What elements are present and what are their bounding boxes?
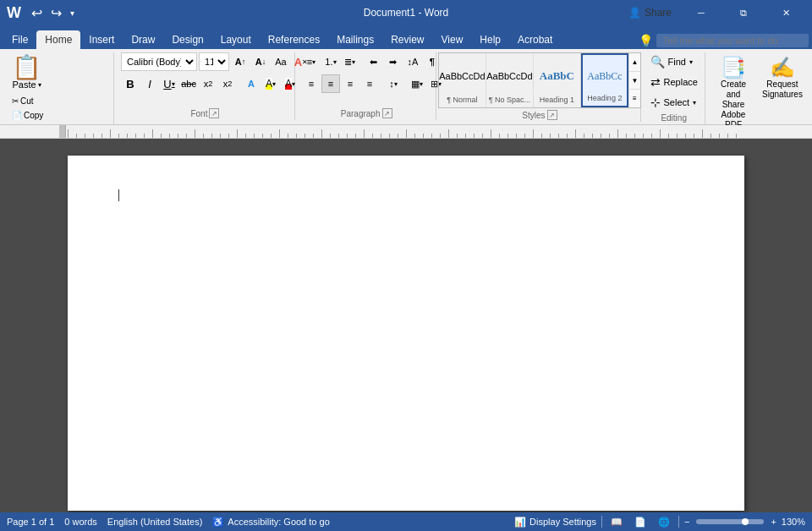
ruler-mark bbox=[584, 134, 592, 138]
tell-me-input[interactable] bbox=[656, 34, 809, 47]
style-no-spacing[interactable]: AaBbCcDd ¶ No Spac... bbox=[486, 53, 534, 107]
view-web-layout-button[interactable]: 🌐 bbox=[655, 515, 673, 529]
paragraph-expand-button[interactable]: ↗ bbox=[382, 108, 392, 118]
ruler-mark bbox=[558, 134, 567, 138]
font-color-button[interactable]: A ▾ bbox=[281, 74, 299, 93]
font-size-select[interactable]: 11 bbox=[199, 52, 229, 71]
tab-references[interactable]: References bbox=[260, 30, 328, 49]
paste-button[interactable]: 📋 Paste ▾ bbox=[8, 52, 45, 93]
ruler-mark bbox=[178, 134, 186, 138]
ruler-mark bbox=[381, 134, 389, 138]
ruler-mark bbox=[127, 134, 135, 138]
style-heading2[interactable]: AaBbCc Heading 2 bbox=[581, 53, 628, 107]
highlight-color-button[interactable]: A ▾ bbox=[261, 74, 280, 93]
tab-mailings[interactable]: Mailings bbox=[328, 30, 382, 49]
styles-expand-button[interactable]: ↗ bbox=[547, 110, 557, 120]
close-button[interactable]: ✕ bbox=[766, 0, 805, 25]
strikethrough-button[interactable]: abc bbox=[179, 74, 198, 93]
create-pdf-button[interactable]: 📑 Create and Share Adobe PDF bbox=[710, 52, 756, 134]
zoom-out-button[interactable]: − bbox=[684, 517, 689, 527]
find-button[interactable]: 🔍 Find ▾ bbox=[645, 52, 703, 71]
numbering-button[interactable]: 1. ▾ bbox=[321, 52, 340, 71]
style-normal[interactable]: AaBbCcDd ¶ Normal bbox=[439, 53, 486, 107]
cut-button[interactable]: ✂ Cut bbox=[8, 95, 81, 107]
styles-scroll-up-button[interactable]: ▲ bbox=[628, 53, 640, 72]
tab-layout[interactable]: Layout bbox=[212, 30, 260, 49]
text-effects-button[interactable]: A bbox=[242, 74, 261, 93]
align-center-button[interactable]: ≡ bbox=[321, 74, 340, 93]
ribbon-content: 📋 Paste ▾ ✂ Cut 📄 Copy 🖌 Format Painter bbox=[0, 49, 812, 125]
bold-button[interactable]: B bbox=[121, 74, 140, 93]
align-right-button[interactable]: ≡ bbox=[341, 74, 359, 93]
decrease-indent-button[interactable]: ⬅ bbox=[365, 52, 383, 71]
zoom-slider[interactable] bbox=[696, 519, 764, 524]
line-spacing-button[interactable]: ↕ ▾ bbox=[384, 74, 403, 93]
shrink-font-button[interactable]: A↓ bbox=[251, 52, 270, 71]
view-read-mode-button[interactable]: 📖 bbox=[607, 515, 626, 529]
styles-group: AaBbCcDd ¶ Normal AaBbCcDd ¶ No Spac... bbox=[438, 52, 641, 122]
page-count[interactable]: Page 1 of 1 bbox=[7, 517, 54, 527]
superscript-button[interactable]: x2 bbox=[218, 74, 237, 93]
ruler-mark bbox=[254, 134, 262, 138]
tab-design[interactable]: Design bbox=[163, 30, 211, 49]
shading-button[interactable]: ▦ ▾ bbox=[408, 74, 426, 93]
tab-file[interactable]: File bbox=[3, 30, 36, 49]
sort-button[interactable]: ↕A bbox=[403, 52, 422, 71]
tab-help[interactable]: Help bbox=[471, 30, 509, 49]
font-expand-button[interactable]: ↗ bbox=[209, 108, 219, 118]
ruler-mark bbox=[626, 134, 634, 138]
tab-draw[interactable]: Draw bbox=[123, 30, 163, 49]
italic-button[interactable]: I bbox=[140, 74, 159, 93]
styles-scroll-down-button[interactable]: ▼ bbox=[628, 72, 640, 90]
clear-formatting-button[interactable]: A✕ bbox=[292, 52, 310, 71]
adobe-sign-icon: ✍ bbox=[770, 56, 795, 79]
replace-button[interactable]: ⇄ Replace bbox=[645, 73, 703, 91]
ruler-mark bbox=[533, 129, 541, 138]
multilevel-list-button[interactable]: ≣ ▾ bbox=[341, 52, 359, 71]
display-settings-button[interactable]: 📊 Display Settings bbox=[514, 517, 596, 528]
accessibility-status[interactable]: ♿ Accessibility: Good to go bbox=[212, 517, 329, 528]
tab-home[interactable]: Home bbox=[36, 30, 80, 49]
zoom-in-button[interactable]: + bbox=[771, 517, 776, 527]
zoom-level[interactable]: 130% bbox=[782, 517, 805, 527]
styles-gallery-container: AaBbCcDd ¶ Normal AaBbCcDd ¶ No Spac... bbox=[438, 52, 641, 108]
tab-acrobat[interactable]: Acrobat bbox=[509, 30, 561, 49]
document-page bbox=[68, 156, 744, 511]
tab-review[interactable]: Review bbox=[382, 30, 432, 49]
style-no-spacing-label: ¶ No Spac... bbox=[489, 96, 530, 104]
ruler-margin-left bbox=[59, 125, 66, 138]
document-area[interactable] bbox=[0, 139, 812, 512]
increase-indent-button[interactable]: ➡ bbox=[384, 52, 403, 71]
share-button[interactable]: 👤 Share bbox=[622, 3, 678, 22]
undo-button[interactable]: ↩ bbox=[28, 3, 46, 23]
justify-button[interactable]: ≡ bbox=[360, 74, 379, 93]
status-right: 📊 Display Settings 📖 📄 🌐 − + 130% bbox=[514, 515, 805, 529]
copy-button[interactable]: 📄 Copy bbox=[8, 109, 81, 122]
word-count[interactable]: 0 words bbox=[64, 517, 97, 527]
tab-view[interactable]: View bbox=[433, 30, 472, 49]
request-signatures-button[interactable]: ✍ Request Signatures bbox=[760, 52, 805, 103]
ruler-mark bbox=[313, 134, 321, 138]
underline-button[interactable]: U ▾ bbox=[160, 74, 178, 93]
ruler-mark bbox=[685, 134, 694, 138]
language[interactable]: English (United States) bbox=[107, 517, 203, 527]
tab-insert[interactable]: Insert bbox=[80, 30, 123, 49]
customize-qat-button[interactable]: ▾ bbox=[67, 7, 78, 19]
font-name-select[interactable]: Calibri (Body) bbox=[121, 52, 197, 71]
ruler-mark bbox=[118, 134, 127, 138]
view-print-layout-button[interactable]: 📄 bbox=[631, 515, 650, 529]
restore-button[interactable]: ⧉ bbox=[724, 0, 763, 25]
align-left-button[interactable]: ≡ bbox=[302, 74, 321, 93]
redo-button[interactable]: ↪ bbox=[47, 3, 65, 23]
change-case-button[interactable]: Aa bbox=[272, 52, 290, 71]
grow-font-button[interactable]: A↑ bbox=[231, 52, 250, 71]
ruler-mark bbox=[660, 129, 668, 138]
style-heading1[interactable]: AaBbC Heading 1 bbox=[534, 53, 581, 107]
ruler-mark bbox=[152, 129, 161, 138]
subscript-button[interactable]: x2 bbox=[199, 74, 217, 93]
ruler-mark bbox=[601, 134, 609, 138]
styles-more-button[interactable]: ≡ bbox=[628, 90, 640, 107]
select-button[interactable]: ⊹ Select ▾ bbox=[645, 93, 703, 112]
ruler-mark bbox=[144, 134, 152, 138]
minimize-button[interactable]: ─ bbox=[682, 0, 721, 25]
